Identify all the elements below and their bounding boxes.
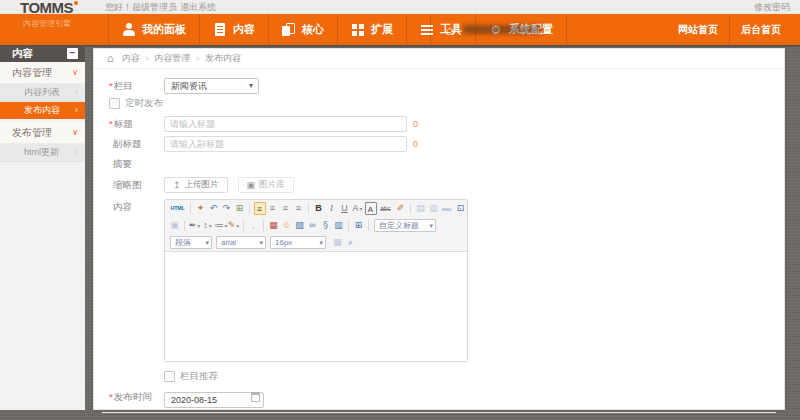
outdent-icon[interactable]: ▤ (415, 202, 427, 215)
recommend-checkbox[interactable] (164, 371, 175, 382)
clean-format-icon[interactable]: ✦ (195, 202, 207, 215)
title-input[interactable] (164, 116, 407, 132)
fullscreen-icon[interactable]: ⊡ (455, 202, 467, 215)
paragraph-select[interactable]: 段落 (170, 236, 212, 249)
list-style-icon[interactable]: ≔ (215, 219, 227, 232)
logout-link[interactable]: 退出系统 (180, 0, 216, 14)
search-replace-icon[interactable]: ⌕ (345, 236, 357, 249)
collapse-icon[interactable]: − (67, 48, 78, 59)
remove-format-icon[interactable]: A (365, 202, 377, 215)
title-label: 标题 (114, 118, 133, 129)
scheduled-row: 定时发布 (94, 97, 784, 109)
main-header: 内容管理引擎 我的面板 内容 核心 扩展 工具 ⚙ 系统配置 ⌂ 网站首页 后 (0, 14, 800, 45)
document-icon (213, 23, 227, 37)
nav-item-core[interactable]: 核心 (269, 14, 338, 45)
rich-text-editor: HTML✦↶↷⊞≡≡≡≡BIUAAabc✐▤▥▬⊡ ▣✒↕≔✎„▦☺▧∞§▥⊞ … (164, 199, 468, 362)
summary-row: 摘要 (94, 156, 784, 170)
nav-item-content[interactable]: 内容 (200, 14, 269, 45)
sidebar-group-content-mgmt[interactable]: 内容管理 ∨ (0, 62, 85, 84)
upload-image-button[interactable]: ↥ 上传图片 (164, 177, 228, 193)
align-right-icon[interactable]: ≡ (280, 202, 292, 215)
publish-time-input[interactable] (164, 392, 264, 408)
line-height-icon[interactable]: ↕ (202, 219, 214, 232)
person-icon (122, 23, 136, 37)
breadcrumb-item-content-mgmt[interactable]: 内容管理 (145, 49, 191, 68)
paste-template-icon[interactable]: ⊞ (234, 202, 246, 215)
subtitle-input[interactable] (164, 136, 407, 152)
logo-tagline: 内容管理引擎 (23, 18, 71, 29)
toolbar-divider (263, 220, 264, 231)
table-icon[interactable]: ⊞ (353, 219, 365, 232)
title-row: *标题 0 (94, 116, 784, 132)
editor-toolbar-row-2: ▣✒↕≔✎„▦☺▧∞§▥⊞ 自定义标题 (165, 217, 467, 234)
greeting-text: 您好！超级管理员 (105, 0, 177, 14)
underline-icon[interactable]: U (339, 202, 351, 215)
breadcrumb-item-content[interactable]: 内容 (122, 49, 140, 68)
attachment-icon[interactable]: § (320, 219, 332, 232)
recommend-label: 栏目推荐 (180, 370, 218, 383)
bold-icon[interactable]: B (313, 202, 325, 215)
toolbar-divider (348, 220, 349, 231)
current-site[interactable]: ⌂ (430, 14, 553, 45)
breadcrumb-home-icon: ⌂ (107, 49, 114, 68)
sidebar-item-content-list[interactable]: 内容列表 › (0, 84, 85, 102)
align-justify-icon[interactable]: ≡ (293, 202, 305, 215)
category-label: 栏目 (114, 80, 133, 91)
hr-icon[interactable]: ▬ (441, 202, 453, 215)
calendar-icon[interactable] (251, 392, 260, 402)
publish-time-label: 发布时间 (114, 391, 152, 402)
change-password-link[interactable]: 修改密码 (754, 0, 790, 14)
link-icon[interactable]: ∞ (307, 219, 319, 232)
font-family-select[interactable]: arial (216, 236, 266, 249)
sidebar-group-publish-mgmt[interactable]: 发布管理 ∨ (0, 122, 85, 144)
redo-icon[interactable]: ↷ (221, 202, 233, 215)
template-icon[interactable]: ▣ (169, 219, 181, 232)
strikethrough-icon[interactable]: abc (378, 202, 394, 215)
custom-title-select[interactable]: 自定义标题 (374, 219, 436, 232)
eraser-icon[interactable]: ✐ (395, 202, 407, 215)
nav-item-extend[interactable]: 扩展 (338, 14, 407, 45)
form-divider (102, 412, 776, 413)
book-icon[interactable]: ▥ (333, 219, 345, 232)
nav-link-admin-home[interactable]: 后台首页 (729, 14, 792, 45)
category-select[interactable]: 新闻资讯 (164, 78, 259, 94)
italic-icon[interactable]: I (326, 202, 338, 215)
required-mark: * (109, 80, 113, 91)
toolbar-divider (243, 220, 244, 231)
sidebar-item-publish-content[interactable]: 发布内容 › (0, 102, 85, 119)
toolbar-divider (249, 203, 250, 214)
summary-label: 摘要 (109, 156, 164, 172)
image-library-button[interactable]: ▣ 图片库 (238, 177, 294, 193)
blockquote-icon[interactable]: „ (248, 219, 260, 232)
indent-icon[interactable]: ▥ (428, 202, 440, 215)
scheduled-checkbox[interactable] (109, 98, 120, 109)
editor-toolbar-row-3: 段落 arial 16px ▩⌕ (165, 234, 467, 251)
image-icon[interactable]: ▦ (268, 219, 280, 232)
image-library-icon: ▣ (247, 180, 256, 190)
sidebar-item-html-update[interactable]: html更新 › (0, 144, 85, 162)
subtitle-char-counter: 0 (413, 136, 418, 152)
photo-icon[interactable]: ▧ (294, 219, 306, 232)
editor-canvas[interactable] (165, 251, 467, 361)
html-source-icon[interactable]: HTML (169, 202, 187, 215)
align-center-icon[interactable]: ≡ (267, 202, 279, 215)
font-color-icon[interactable]: A (352, 202, 364, 215)
font-size-select[interactable]: 16px (270, 236, 326, 249)
nav-item-my-panel[interactable]: 我的面板 (108, 14, 200, 45)
undo-icon[interactable]: ↶ (208, 202, 220, 215)
page-preview-icon[interactable]: ▩ (332, 236, 344, 249)
nav-link-site-home[interactable]: 网站首页 (667, 14, 729, 45)
required-mark: * (109, 391, 113, 402)
breadcrumb-item-publish-content[interactable]: 发布内容 (195, 49, 241, 68)
align-left-icon[interactable]: ≡ (254, 202, 266, 215)
editor-toolbar-row-1: HTML✦↶↷⊞≡≡≡≡BIUAAabc✐▤▥▬⊡ (165, 200, 467, 217)
scheduled-label: 定时发布 (125, 97, 163, 110)
site-name-redacted (463, 25, 541, 34)
category-row: *栏目 新闻资讯 (94, 78, 784, 94)
content-row: 内容 HTML✦↶↷⊞≡≡≡≡BIUAAabc✐▤▥▬⊡ ▣✒↕≔✎„▦☺▧∞§… (94, 199, 784, 362)
thumbnail-label: 缩略图 (109, 177, 164, 193)
sidebar-title: 内容 − (0, 45, 85, 62)
format-brush-icon[interactable]: ✒ (189, 219, 201, 232)
emoticon-icon[interactable]: ☺ (281, 219, 293, 232)
pen-color-icon[interactable]: ✎ (228, 219, 240, 232)
